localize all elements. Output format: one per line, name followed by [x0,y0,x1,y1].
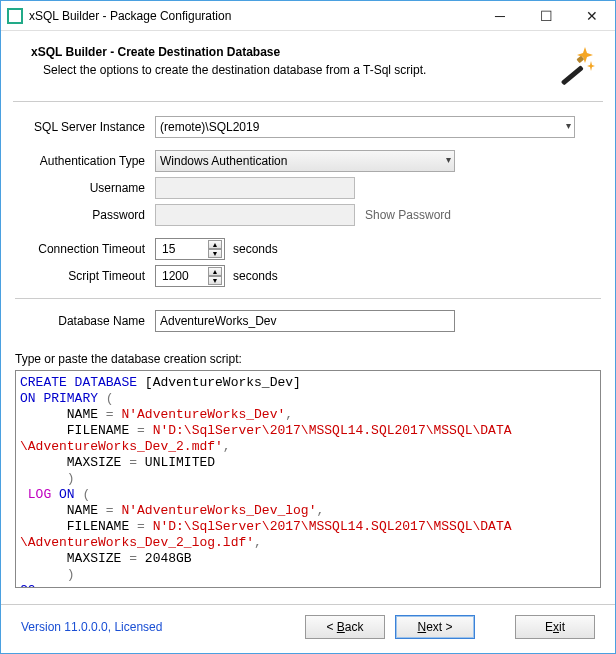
connection-form: SQL Server Instance ▾ Authentication Typ… [1,102,615,340]
script-timeout-input[interactable] [160,268,202,284]
conn-timeout-input[interactable] [160,241,202,257]
seconds-label: seconds [233,242,278,256]
window-title: xSQL Builder - Package Configuration [29,9,477,23]
maximize-button[interactable]: ☐ [523,1,569,31]
username-input [155,177,355,199]
conn-timeout-label: Connection Timeout [25,242,155,256]
page-subtitle: Select the options to create the destina… [43,63,555,77]
version-label: Version 11.0.0.0, Licensed [21,620,162,634]
spin-down-icon[interactable]: ▼ [208,249,222,258]
svg-marker-1 [587,61,595,71]
seconds-label: seconds [233,269,278,283]
username-label: Username [25,181,155,195]
script-prompt: Type or paste the database creation scri… [15,352,601,366]
database-name-input[interactable] [155,310,455,332]
sql-server-label: SQL Server Instance [25,120,155,134]
spin-down-icon[interactable]: ▼ [208,276,222,285]
sql-server-combo[interactable] [155,116,575,138]
svg-rect-2 [561,65,584,85]
auth-type-select[interactable] [155,150,455,172]
close-button[interactable]: ✕ [569,1,615,31]
auth-type-label: Authentication Type [25,154,155,168]
password-input [155,204,355,226]
show-password-link[interactable]: Show Password [365,208,451,222]
wizard-icon [555,45,595,85]
spin-up-icon[interactable]: ▲ [208,240,222,249]
database-name-label: Database Name [25,314,155,328]
script-timeout-label: Script Timeout [25,269,155,283]
app-icon [7,8,23,24]
wizard-header: xSQL Builder - Create Destination Databa… [1,31,615,101]
footer: Version 11.0.0.0, Licensed < Back Next >… [1,604,615,653]
password-label: Password [25,208,155,222]
titlebar: xSQL Builder - Package Configuration ─ ☐… [1,1,615,31]
conn-timeout-spinner[interactable]: ▲▼ [155,238,225,260]
minimize-button[interactable]: ─ [477,1,523,31]
next-button[interactable]: Next > [395,615,475,639]
spin-up-icon[interactable]: ▲ [208,267,222,276]
back-button[interactable]: < Back [305,615,385,639]
script-timeout-spinner[interactable]: ▲▼ [155,265,225,287]
page-title: xSQL Builder - Create Destination Databa… [31,45,555,59]
script-editor[interactable]: CREATE DATABASE [AdventureWorks_Dev] ON … [15,370,601,588]
exit-button[interactable]: Exit [515,615,595,639]
